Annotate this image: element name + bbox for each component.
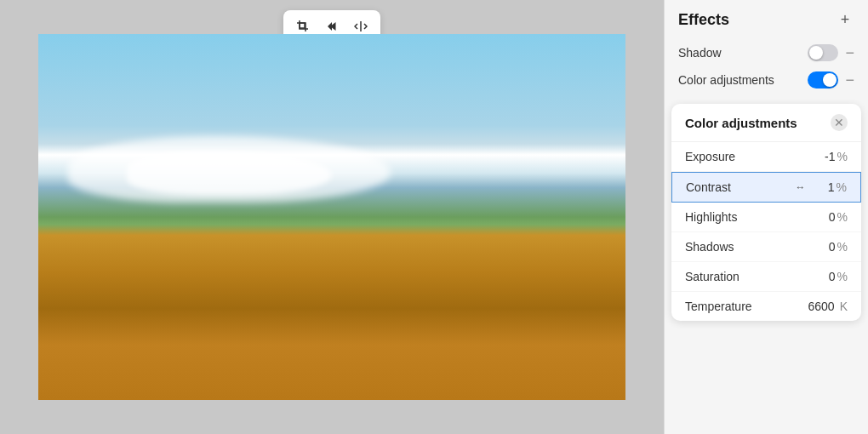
effects-section: Effects + Shadow − Color adjustments − xyxy=(665,0,868,104)
color-adj-close-button[interactable]: ✕ xyxy=(831,114,848,131)
temperature-value: 6600 xyxy=(808,300,835,313)
drag-icon[interactable]: ↔ xyxy=(796,181,806,193)
shadows-label: Shadows xyxy=(685,240,734,254)
saturation-label: Saturation xyxy=(685,270,740,283)
exposure-row: Exposure -1 % xyxy=(671,142,861,172)
temperature-row: Temperature 6600 K xyxy=(671,292,861,321)
highlights-value-area: 0 % xyxy=(812,210,848,224)
temperature-unit: K xyxy=(840,300,848,313)
highlights-row: Highlights 0 % xyxy=(671,203,861,232)
shadow-controls: − xyxy=(808,44,854,61)
shadows-value: 0 xyxy=(812,240,836,254)
color-adj-remove-button[interactable]: − xyxy=(845,72,854,88)
color-adj-row: Color adjustments − xyxy=(678,66,854,94)
contrast-label: Contrast xyxy=(686,180,731,194)
highlights-label: Highlights xyxy=(685,210,737,224)
temperature-label: Temperature xyxy=(685,300,752,313)
color-adj-label: Color adjustments xyxy=(678,73,774,87)
effects-title: Effects xyxy=(678,11,729,29)
saturation-row: Saturation 0 % xyxy=(671,262,861,292)
right-panel: Effects + Shadow − Color adjustments − C… xyxy=(664,0,868,434)
image-content xyxy=(38,34,625,400)
shadows-value-area: 0 % xyxy=(812,240,848,254)
highlights-value: 0 xyxy=(812,210,836,224)
add-effect-button[interactable]: + xyxy=(836,10,854,29)
temperature-value-area: 6600 K xyxy=(808,300,848,313)
exposure-value-area: -1 % xyxy=(812,150,848,163)
image-canvas xyxy=(38,34,625,400)
exposure-label: Exposure xyxy=(685,150,735,163)
shadow-remove-button[interactable]: − xyxy=(845,45,854,60)
canvas-area xyxy=(0,0,664,434)
svg-rect-0 xyxy=(300,23,305,28)
shadow-toggle[interactable] xyxy=(808,44,838,61)
contrast-unit: % xyxy=(837,180,847,194)
contrast-value-area: ↔ 1 % xyxy=(792,180,847,194)
saturation-unit: % xyxy=(837,270,848,283)
highlights-unit: % xyxy=(837,210,848,224)
exposure-value: -1 xyxy=(812,150,836,163)
saturation-value: 0 xyxy=(812,270,836,283)
shadows-unit: % xyxy=(837,240,848,254)
saturation-value-area: 0 % xyxy=(812,270,848,283)
contrast-value: 1 xyxy=(811,180,835,194)
shadows-row: Shadows 0 % xyxy=(671,232,861,262)
effects-header: Effects + xyxy=(678,10,854,29)
color-adj-controls: − xyxy=(808,71,854,89)
color-adjustments-panel: Color adjustments ✕ Exposure -1 % Contra… xyxy=(671,104,861,321)
shadow-row: Shadow − xyxy=(678,39,854,66)
contrast-row[interactable]: Contrast ↔ 1 % xyxy=(671,172,861,203)
color-adj-toggle[interactable] xyxy=(808,71,838,89)
color-adj-panel-header: Color adjustments ✕ xyxy=(671,104,861,142)
shadow-label: Shadow xyxy=(678,46,722,60)
exposure-unit: % xyxy=(837,150,848,163)
color-adj-panel-title: Color adjustments xyxy=(685,116,797,130)
